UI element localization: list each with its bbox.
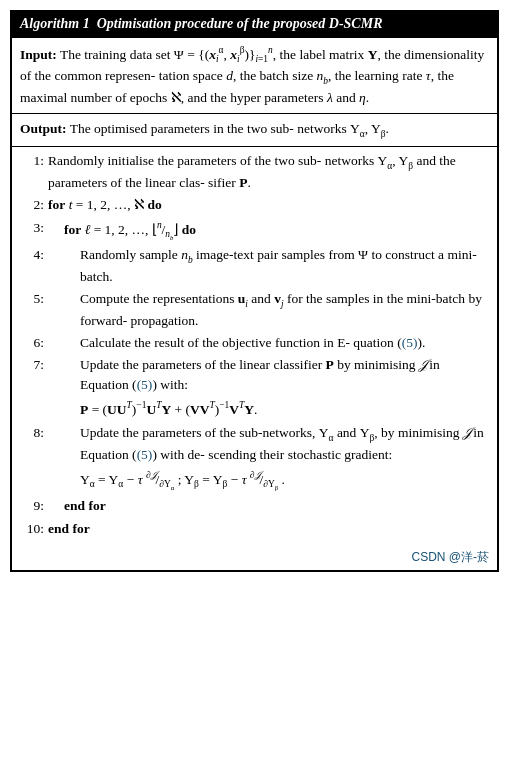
step-8-content: Update the parameters of the sub-network… [48, 423, 489, 494]
step-9-num: 9: [20, 496, 48, 516]
step-1: 1: Randomly initialise the parameters of… [20, 151, 489, 193]
step-8-formula: Υα = Υα − τ ∂𝒥/∂Υα ; Υβ = Υβ − τ ∂𝒥/∂Υβ … [80, 468, 489, 493]
step-2-num: 2: [20, 195, 48, 215]
step-1-num: 1: [20, 151, 48, 193]
step-8-num: 8: [20, 423, 48, 494]
watermark: CSDN @洋-菸 [12, 547, 497, 570]
step-8: 8: Update the parameters of the sub-netw… [20, 423, 489, 494]
step-10-num: 10: [20, 519, 48, 539]
step-10: 10: end for [20, 519, 489, 539]
step-7-formula: P = (UUT)−1UTY + (VVT)−1VTY. [80, 398, 489, 420]
step-3-num: 3: [20, 218, 48, 243]
algorithm-header: Algorithm 1 Optimisation procedure of th… [12, 12, 497, 38]
step-9: 9: end for [20, 496, 489, 516]
output-section: Output: The optimised parameters in the … [12, 114, 497, 147]
step-4-num: 4: [20, 245, 48, 287]
algorithm-box: Algorithm 1 Optimisation procedure of th… [10, 10, 499, 572]
algorithm-title: Algorithm 1 [20, 16, 90, 31]
step-6-num: 6: [20, 333, 48, 353]
step-6-content: Calculate the result of the objective fu… [48, 333, 489, 353]
watermark-text: CSDN @洋-菸 [411, 550, 489, 564]
step-5-content: Compute the representations ui and vj fo… [48, 289, 489, 331]
step-9-content: end for [48, 496, 489, 516]
steps-section: 1: Randomly initialise the parameters of… [12, 147, 497, 547]
step-4: 4: Randomly sample nb image-text pair sa… [20, 245, 489, 287]
output-label: Output: [20, 121, 67, 136]
step-3-content: for ℓ = 1, 2, …, ⌊n/nb⌋ do [48, 218, 489, 243]
step-6: 6: Calculate the result of the objective… [20, 333, 489, 353]
input-section: Input: The training data set Ψ = {(xiα, … [12, 38, 497, 114]
step-4-content: Randomly sample nb image-text pair sampl… [48, 245, 489, 287]
step-7-content: Update the parameters of the linear clas… [48, 355, 489, 421]
step-5: 5: Compute the representations ui and vj… [20, 289, 489, 331]
input-label: Input: [20, 47, 57, 62]
step-2-content: for t = 1, 2, …, ℵ do [48, 195, 489, 215]
step-7-num: 7: [20, 355, 48, 421]
step-7: 7: Update the parameters of the linear c… [20, 355, 489, 421]
step-5-num: 5: [20, 289, 48, 331]
step-3: 3: for ℓ = 1, 2, …, ⌊n/nb⌋ do [20, 218, 489, 243]
step-1-content: Randomly initialise the parameters of th… [48, 151, 489, 193]
step-2: 2: for t = 1, 2, …, ℵ do [20, 195, 489, 215]
step-10-content: end for [48, 519, 489, 539]
algorithm-subtitle: Optimisation procedure of the proposed D… [97, 16, 383, 31]
